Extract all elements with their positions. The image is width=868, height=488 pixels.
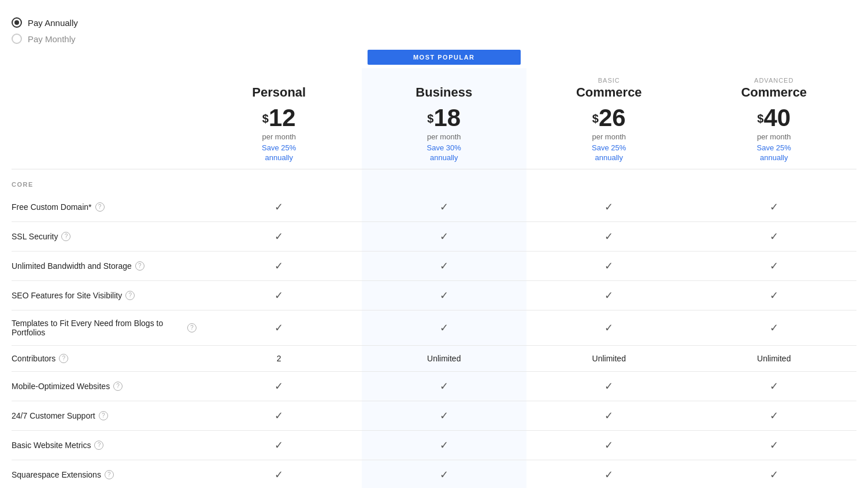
feature-value-cell: ✓ xyxy=(692,193,857,222)
pricing-page: Pay Annually Pay Monthly MOST POPULAR Pe… xyxy=(0,0,868,488)
feature-value-cell: ✓ xyxy=(362,372,527,401)
feature-name-cell: Squarespace Extensions? xyxy=(12,460,196,488)
feature-value-cell: ✓ xyxy=(692,401,857,431)
check-icon: ✓ xyxy=(604,230,613,243)
pay-monthly-label: Pay Monthly xyxy=(28,34,76,44)
feature-name-cell: Mobile-Optimized Websites? xyxy=(12,372,196,401)
help-icon[interactable]: ? xyxy=(187,323,196,332)
basic-commerce-price-period: per month xyxy=(532,132,686,141)
feature-row: SSL Security?✓✓✓✓ xyxy=(12,222,856,252)
feature-value-cell: ✓ xyxy=(692,252,857,281)
banner-empty-1 xyxy=(12,50,196,68)
help-icon[interactable]: ? xyxy=(61,232,71,241)
header-advanced-commerce: ADVANCED Commerce $40 per month Save 25%… xyxy=(692,68,857,169)
personal-price-save: Save 25%annually xyxy=(202,143,356,163)
basic-commerce-plan-price: $26 xyxy=(532,106,686,130)
help-icon[interactable]: ? xyxy=(99,411,108,420)
feature-value-cell: ✓ xyxy=(362,310,527,346)
feature-value-cell: 2 xyxy=(196,346,362,372)
feature-value-cell: ✓ xyxy=(526,222,692,252)
feature-name-cell: SEO Features for Site Visibility? xyxy=(12,281,196,310)
check-icon: ✓ xyxy=(604,439,613,452)
check-icon: ✓ xyxy=(604,380,613,393)
cell-text: 2 xyxy=(277,354,281,363)
check-icon: ✓ xyxy=(770,230,778,243)
feature-value-cell: ✓ xyxy=(196,281,362,310)
business-plan-label xyxy=(368,77,521,84)
help-icon[interactable]: ? xyxy=(59,354,68,363)
help-icon[interactable]: ? xyxy=(135,261,144,271)
cell-text: Unlimited xyxy=(757,354,791,363)
feature-name: 24/7 Customer Support xyxy=(12,411,95,420)
feature-row: Basic Website Metrics?✓✓✓✓ xyxy=(12,431,856,460)
header-feature-col xyxy=(12,68,196,169)
help-icon[interactable]: ? xyxy=(125,291,135,300)
personal-price-dollar: $ xyxy=(262,112,269,125)
business-price-save: Save 30%annually xyxy=(368,143,521,163)
feature-name: Mobile-Optimized Websites xyxy=(12,382,110,391)
personal-price-period: per month xyxy=(202,132,356,141)
help-icon[interactable]: ? xyxy=(105,470,114,479)
feature-value-cell: ✓ xyxy=(362,281,527,310)
check-icon: ✓ xyxy=(275,468,283,481)
feature-name-cell: Contributors? xyxy=(12,346,196,372)
check-icon: ✓ xyxy=(770,380,778,393)
feature-value-cell: ✓ xyxy=(362,460,527,488)
header-personal: Personal $12 per month Save 25%annually xyxy=(196,68,362,169)
check-icon: ✓ xyxy=(770,201,778,213)
banner-empty-4 xyxy=(692,50,857,68)
pay-monthly-option[interactable]: Pay Monthly xyxy=(12,34,856,44)
check-icon: ✓ xyxy=(770,260,778,272)
check-icon: ✓ xyxy=(604,321,613,334)
pricing-grid: MOST POPULAR Personal $12 per month Save… xyxy=(12,50,856,193)
banner-empty-3 xyxy=(526,50,692,68)
feature-name: Squarespace Extensions xyxy=(12,470,101,479)
personal-plan-name: Personal xyxy=(202,85,356,100)
advanced-commerce-plan-name: Commerce xyxy=(698,85,851,100)
check-icon: ✓ xyxy=(770,321,778,334)
basic-commerce-plan-label: BASIC xyxy=(532,77,686,84)
feature-row: Mobile-Optimized Websites?✓✓✓✓ xyxy=(12,372,856,401)
business-price-period: per month xyxy=(368,132,521,141)
feature-name-cell: SSL Security? xyxy=(12,222,196,252)
feature-value-cell: ✓ xyxy=(362,222,527,252)
help-icon[interactable]: ? xyxy=(94,441,103,450)
feature-value-cell: Unlimited xyxy=(692,346,857,372)
pay-annually-label: Pay Annually xyxy=(28,18,78,28)
feature-name: Templates to Fit Every Need from Blogs t… xyxy=(12,319,184,337)
feature-value-cell: ✓ xyxy=(692,372,857,401)
feature-value-cell: ✓ xyxy=(526,372,692,401)
pay-monthly-radio[interactable] xyxy=(12,34,22,44)
feature-row: Free Custom Domain*?✓✓✓✓ xyxy=(12,193,856,222)
pay-annually-radio[interactable] xyxy=(12,17,22,28)
feature-value-cell: ✓ xyxy=(196,460,362,488)
personal-plan-price: $12 xyxy=(202,106,356,130)
advanced-commerce-price-save: Save 25%annually xyxy=(698,143,851,163)
feature-value-cell: ✓ xyxy=(526,252,692,281)
advanced-commerce-price-dollar: $ xyxy=(757,112,763,125)
feature-name-cell: 24/7 Customer Support? xyxy=(12,401,196,431)
feature-value-cell: ✓ xyxy=(196,431,362,460)
feature-value-cell: ✓ xyxy=(196,252,362,281)
feature-name-cell: Basic Website Metrics? xyxy=(12,431,196,460)
business-plan-price: $18 xyxy=(368,106,521,130)
check-icon: ✓ xyxy=(604,201,613,213)
help-icon[interactable]: ? xyxy=(95,202,105,212)
check-icon: ✓ xyxy=(440,201,448,213)
feature-name: Basic Website Metrics xyxy=(12,441,91,450)
personal-price-amount: 12 xyxy=(269,104,296,131)
feature-name: Free Custom Domain* xyxy=(12,202,92,212)
feature-value-cell: ✓ xyxy=(692,431,857,460)
feature-value-cell: ✓ xyxy=(196,222,362,252)
section-label-core: CORE xyxy=(12,169,196,193)
pay-annually-option[interactable]: Pay Annually xyxy=(12,17,856,28)
help-icon[interactable]: ? xyxy=(113,382,123,391)
advanced-commerce-price-amount: 40 xyxy=(763,104,791,131)
feature-value-cell: ✓ xyxy=(526,401,692,431)
check-icon: ✓ xyxy=(440,439,448,452)
check-icon: ✓ xyxy=(770,468,778,481)
check-icon: ✓ xyxy=(440,380,448,393)
feature-value-cell: ✓ xyxy=(362,401,527,431)
feature-value-cell: Unlimited xyxy=(362,346,527,372)
feature-value-cell: ✓ xyxy=(526,281,692,310)
